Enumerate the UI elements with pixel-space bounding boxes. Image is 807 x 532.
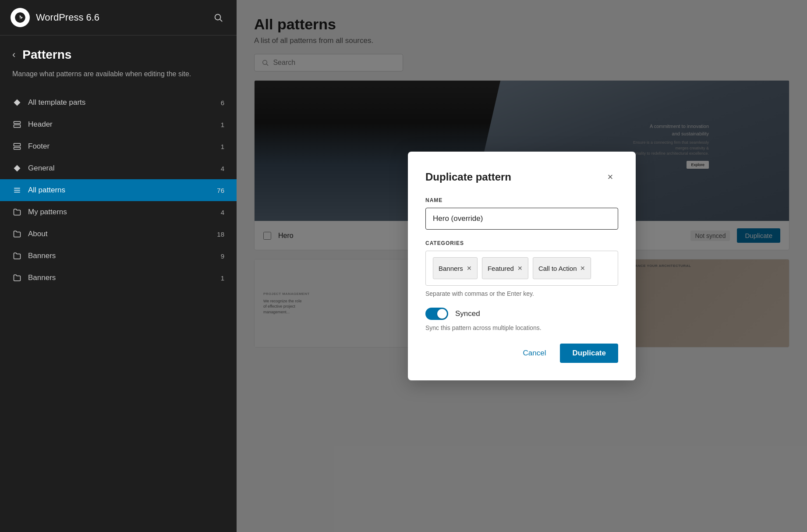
svg-rect-6 [14, 143, 21, 146]
modal-overlay: Duplicate pattern × NAME CATEGORIES Bann… [237, 0, 807, 532]
banners2-icon [12, 273, 22, 283]
svg-rect-5 [14, 125, 21, 128]
categories-label: CATEGORIES [425, 240, 618, 246]
nav-label-banners2: Banners [28, 273, 215, 282]
sidebar-item-banners2[interactable]: Banners 1 [0, 267, 237, 289]
nav-label-footer: Footer [28, 142, 215, 151]
back-button[interactable]: ‹ [12, 49, 15, 60]
modal-categories-field: CATEGORIES Banners ✕ Featured ✕ Call to … [425, 240, 618, 297]
svg-text:W: W [17, 15, 21, 21]
diamond-icon [12, 98, 22, 107]
synced-label: Synced [455, 309, 480, 318]
footer-icon [12, 142, 22, 151]
wp-logo-area: W WordPress 6.6 [11, 8, 99, 27]
modal-name-field: NAME [425, 197, 618, 230]
nav-count-banners2: 1 [221, 274, 224, 282]
category-label-call-to-action: Call to Action [538, 265, 577, 272]
synced-toggle[interactable] [425, 308, 448, 320]
sidebar-item-header[interactable]: Header 1 [0, 113, 237, 135]
sidebar-item-banners[interactable]: Banners 9 [0, 245, 237, 267]
remove-call-to-action-button[interactable]: ✕ [580, 265, 585, 271]
nav-count-footer: 1 [221, 143, 224, 150]
category-label-featured: Featured [488, 265, 514, 272]
nav-count-banners: 9 [221, 252, 224, 260]
synced-row: Synced [425, 308, 618, 320]
svg-line-3 [220, 19, 222, 21]
nav-label-all-template-parts: All template parts [28, 98, 215, 107]
duplicate-pattern-modal: Duplicate pattern × NAME CATEGORIES Bann… [408, 152, 636, 380]
category-label-banners: Banners [439, 265, 463, 272]
remove-featured-button[interactable]: ✕ [517, 265, 523, 271]
main-content: All patterns A list of all patterns from… [237, 0, 807, 532]
category-tag-featured: Featured ✕ [482, 257, 528, 279]
modal-duplicate-button[interactable]: Duplicate [560, 344, 618, 363]
modal-title: Duplicate pattern [425, 171, 511, 183]
nav-count-header: 1 [221, 121, 224, 128]
nav-count-my-patterns: 4 [221, 209, 224, 216]
wp-version: WordPress 6.6 [36, 12, 99, 23]
general-icon [12, 163, 22, 173]
sidebar-description: Manage what patterns are available when … [0, 69, 237, 92]
banners-icon [12, 251, 22, 261]
wp-logo: W [11, 8, 30, 27]
sidebar-item-footer[interactable]: Footer 1 [0, 135, 237, 157]
nav-label-banners: Banners [28, 252, 215, 260]
toggle-knob [437, 309, 447, 319]
modal-close-button[interactable]: × [602, 169, 618, 185]
nav-count-all-patterns: 76 [217, 187, 224, 194]
category-tag-call-to-action: Call to Action ✕ [533, 257, 591, 279]
sidebar-title: Patterns [22, 48, 71, 62]
svg-rect-4 [14, 121, 21, 124]
header-icon [12, 120, 22, 129]
nav-count-general: 4 [221, 165, 224, 172]
category-tag-banners: Banners ✕ [433, 257, 478, 279]
nav-label-my-patterns: My patterns [28, 208, 215, 216]
close-icon: × [608, 171, 613, 183]
synced-description: Sync this pattern across multiple locati… [425, 324, 618, 331]
sidebar: W WordPress 6.6 ‹ Patterns Manage what p… [0, 0, 237, 532]
sidebar-item-about[interactable]: About 18 [0, 223, 237, 245]
sidebar-topbar: W WordPress 6.6 [0, 0, 237, 35]
nav-label-about: About [28, 230, 211, 238]
nav-count-all-template-parts: 6 [221, 99, 224, 106]
about-icon [12, 229, 22, 239]
search-icon-top[interactable] [210, 10, 226, 25]
nav-label-header: Header [28, 120, 215, 129]
sidebar-header: ‹ Patterns [0, 35, 237, 69]
categories-hint: Separate with commas or the Enter key. [425, 290, 618, 297]
nav-count-about: 18 [217, 231, 224, 238]
modal-footer: Cancel Duplicate [425, 344, 618, 363]
cancel-button[interactable]: Cancel [516, 344, 553, 362]
categories-box[interactable]: Banners ✕ Featured ✕ Call to Action ✕ [425, 251, 618, 286]
my-patterns-icon [12, 207, 22, 217]
remove-banners-button[interactable]: ✕ [467, 265, 472, 271]
svg-point-2 [215, 14, 221, 20]
svg-rect-7 [14, 147, 21, 149]
name-input[interactable] [425, 208, 618, 230]
sidebar-item-all-template-parts[interactable]: All template parts 6 [0, 92, 237, 113]
sidebar-item-my-patterns[interactable]: My patterns 4 [0, 201, 237, 223]
nav-label-general: General [28, 164, 215, 173]
nav-label-all-patterns: All patterns [28, 186, 211, 195]
sidebar-nav: All template parts 6 Header 1 Footer 1 [0, 92, 237, 532]
all-patterns-icon [12, 185, 22, 195]
sidebar-item-general[interactable]: General 4 [0, 157, 237, 179]
modal-header: Duplicate pattern × [425, 169, 618, 185]
sidebar-item-all-patterns[interactable]: All patterns 76 [0, 179, 237, 201]
name-label: NAME [425, 197, 618, 203]
